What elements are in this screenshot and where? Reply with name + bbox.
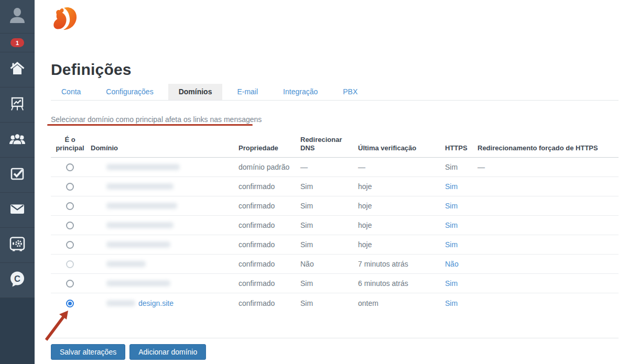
col-header-forced-https: Redirecionamento forçado de HTTPS	[478, 144, 619, 152]
dns-cell: Sim	[300, 299, 358, 307]
user-icon	[7, 5, 28, 28]
chart-easel-icon	[9, 95, 26, 114]
redacted-domain	[106, 280, 170, 286]
principal-radio[interactable]	[66, 163, 74, 171]
dns-cell: Sim	[300, 182, 358, 191]
sidebar-item-vault[interactable]	[0, 228, 35, 263]
settings-tabs: Conta Configurações Domínios E-mail Inte…	[51, 84, 372, 100]
tab-pbx[interactable]: PBX	[332, 84, 368, 100]
domain-link[interactable]: design.site	[138, 299, 173, 307]
property-cell: confirmado	[238, 240, 300, 249]
add-domain-button[interactable]: Adicionar domínio	[129, 344, 206, 360]
dns-cell: Sim	[300, 279, 358, 288]
tab-configuracoes[interactable]: Configurações	[95, 84, 164, 100]
principal-radio[interactable]	[66, 241, 74, 249]
sidebar: 1	[0, 0, 35, 364]
principal-radio[interactable]	[66, 222, 74, 229]
sidebar-item-tasks[interactable]	[0, 158, 35, 193]
tab-integracao[interactable]: Integração	[273, 84, 328, 100]
dns-cell: Sim	[300, 221, 358, 229]
https-cell[interactable]: Sim	[445, 202, 478, 210]
table-row: domínio padrão — — Sim —	[51, 158, 619, 177]
safe-icon	[8, 235, 26, 255]
tab-dominios[interactable]: Domínios	[168, 84, 223, 100]
sidebar-item-mail[interactable]	[0, 193, 35, 228]
sidebar-item-profile[interactable]	[0, 0, 35, 34]
forced-https-cell: —	[478, 163, 619, 171]
dns-cell: Sim	[300, 202, 358, 210]
col-header-last-check: Última verificação	[358, 144, 445, 152]
svg-text:C: C	[14, 274, 20, 283]
https-cell[interactable]: Sim	[445, 221, 478, 229]
https-cell[interactable]: Sim	[445, 299, 478, 307]
redacted-domain	[106, 261, 146, 267]
redacted-domain	[106, 241, 170, 248]
property-cell: confirmado	[238, 260, 300, 268]
save-changes-button[interactable]: Salvar alterações	[51, 344, 125, 360]
https-cell[interactable]: Sim	[445, 240, 478, 249]
table-row: design.site confirmado Sim ontem Sim	[51, 293, 619, 313]
brand-logo[interactable]	[50, 5, 78, 35]
last-check-cell: hoje	[358, 182, 445, 191]
tab-conta[interactable]: Conta	[51, 84, 91, 100]
sidebar-item-contacts[interactable]	[0, 123, 35, 158]
sidebar-item-reports[interactable]	[0, 87, 35, 123]
last-check-cell: 7 minutos atrás	[358, 260, 445, 268]
https-cell: Sim	[445, 163, 478, 171]
principal-radio[interactable]	[66, 260, 74, 268]
col-header-https: HTTPS	[445, 144, 478, 152]
red-underline-annotation	[47, 124, 253, 126]
dns-cell: —	[300, 163, 358, 171]
notification-badge: 1	[10, 38, 24, 47]
people-icon	[8, 130, 26, 149]
property-cell: confirmado	[238, 221, 300, 229]
last-check-cell: ontem	[358, 299, 445, 307]
table-row: confirmado Sim hoje Sim	[51, 196, 619, 216]
dns-cell: Não	[300, 260, 358, 268]
property-cell: confirmado	[238, 279, 300, 288]
https-cell[interactable]: Sim	[445, 279, 478, 288]
tabs-divider	[51, 100, 619, 101]
tab-email[interactable]: E-mail	[226, 84, 268, 100]
dns-cell: Sim	[300, 240, 358, 249]
principal-radio[interactable]	[66, 183, 74, 191]
settings-page: { "header": { "title": "Definições" }, "…	[0, 0, 629, 364]
table-row: confirmado Não 7 minutos atrás Não	[51, 255, 619, 274]
col-header-dns: Redirecionar DNS	[300, 136, 358, 152]
principal-domain-note: Selecionar domínio como principal afeta …	[51, 115, 262, 124]
col-header-property: Propriedade	[238, 144, 300, 152]
redacted-domain	[106, 183, 173, 190]
https-cell[interactable]: Sim	[445, 182, 478, 191]
redacted-domain	[106, 300, 135, 306]
domains-table: É o principal Domínio Propriedade Redire…	[51, 133, 619, 313]
redacted-domain	[106, 203, 177, 209]
domains-table-body: domínio padrão — — Sim — confirmado Sim …	[51, 158, 619, 313]
last-check-cell: hoje	[358, 240, 445, 249]
principal-radio[interactable]	[66, 280, 74, 288]
last-check-cell: hoje	[358, 221, 445, 229]
sidebar-item-chat[interactable]: C	[0, 263, 35, 298]
form-actions: Salvar alterações Adicionar domínio	[51, 344, 206, 360]
sidebar-item-notifications[interactable]: 1	[0, 34, 35, 52]
page-title: Definições	[51, 61, 132, 79]
https-cell[interactable]: Não	[445, 260, 478, 268]
home-icon	[9, 60, 26, 79]
squirrel-body	[53, 8, 66, 29]
principal-radio[interactable]	[66, 202, 74, 210]
last-check-cell: —	[358, 163, 445, 171]
redacted-domain	[106, 164, 180, 170]
property-cell: confirmado	[238, 182, 300, 191]
checkbox-icon	[9, 166, 26, 184]
domains-table-header: É o principal Domínio Propriedade Redire…	[51, 133, 619, 158]
principal-radio[interactable]	[66, 300, 74, 307]
sidebar-footer	[0, 298, 35, 364]
property-cell: confirmado	[238, 299, 300, 307]
property-cell: confirmado	[238, 202, 300, 210]
table-row: confirmado Sim hoje Sim	[51, 177, 619, 196]
table-row: confirmado Sim hoje Sim	[51, 235, 619, 255]
form-divider	[51, 338, 619, 338]
table-row: confirmado Sim 6 minutos atrás Sim	[51, 274, 619, 293]
chat-bubble-icon: C	[8, 270, 26, 290]
last-check-cell: 6 minutos atrás	[358, 279, 445, 288]
sidebar-item-home[interactable]	[0, 52, 35, 87]
